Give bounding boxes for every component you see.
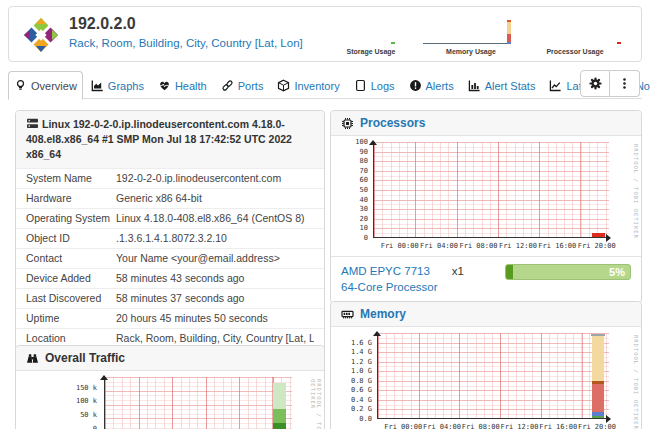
memory-y-axis: 1.6 G 1.4 G 1.2 G 1.0 G 0.8 G 0.6 G 0.4 … bbox=[337, 333, 374, 419]
device-tab-bar: Overview Graphs Health Ports Inventory L… bbox=[8, 70, 642, 99]
x-tick: Fri 00:00 bbox=[381, 242, 419, 250]
processor-usage-label: Processor Usage bbox=[527, 48, 623, 55]
y-tick: 0.6 G bbox=[351, 386, 372, 394]
row-value: 58 minutes 37 seconds ago bbox=[116, 292, 314, 304]
tab-alert-stats[interactable]: Alert Stats bbox=[462, 72, 542, 99]
traffic-y-axis: 150 k 100 k 50 k 0 bbox=[66, 377, 101, 429]
memory-plot-area bbox=[377, 333, 609, 419]
processor-usage-sparkline bbox=[529, 16, 621, 44]
processors-y-axis: 100 90 80 70 60 50 40 30 20 10 0 bbox=[337, 142, 370, 238]
memory-used-bar bbox=[592, 384, 604, 412]
tab-health[interactable]: Health bbox=[152, 72, 213, 99]
y-tick: 50 bbox=[360, 186, 368, 194]
row-label: System Name bbox=[26, 172, 116, 184]
tab-inventory[interactable]: Inventory bbox=[271, 72, 345, 99]
x-tick: Fri 00:00 bbox=[384, 423, 422, 429]
cpu-icon bbox=[341, 117, 354, 130]
memory-usage-minigraph[interactable]: Memory Usage bbox=[421, 14, 521, 56]
processors-graph[interactable]: 100 90 80 70 60 50 40 30 20 10 0 Fri 00:… bbox=[337, 138, 635, 254]
tab-alerts[interactable]: Alerts bbox=[403, 72, 460, 99]
y-tick: 90 bbox=[360, 148, 368, 156]
rrdtool-watermark: RRDTOOL / TOBI OETIKER bbox=[633, 335, 639, 429]
y-axis-arrow-icon bbox=[369, 136, 377, 145]
y-tick: 150 k bbox=[76, 384, 97, 392]
table-row: Device Added58 minutes 43 seconds ago bbox=[16, 268, 324, 288]
overall-traffic-graph[interactable]: 150 k 100 k 50 k 0 RRDTOOL / TOBI OETIKE… bbox=[22, 373, 318, 429]
x-tick: Fri 16:00 bbox=[538, 242, 576, 250]
overall-traffic-title: Overall Traffic bbox=[45, 351, 125, 365]
row-value: 58 minutes 43 seconds ago bbox=[116, 272, 314, 284]
y-tick: 1.0 G bbox=[351, 367, 372, 375]
table-row: Object ID.1.3.6.1.4.1.8072.3.2.10 bbox=[16, 228, 324, 248]
row-value: Linux 4.18.0-408.el8.x86_64 (CentOS 8) bbox=[116, 212, 314, 224]
storage-usage-label: Storage Usage bbox=[327, 48, 415, 55]
centos-logo-icon bbox=[23, 17, 59, 53]
header-mini-graphs: Storage Usage Memory Usage Processor Usa… bbox=[327, 14, 623, 56]
cpu-list-row: AMD EPYC 7713x1 64-Core Processor 5% bbox=[331, 256, 641, 303]
y-tick: 20 bbox=[360, 215, 368, 223]
x-tick: Fri 08:00 bbox=[462, 423, 500, 429]
memory-usage-label: Memory Usage bbox=[421, 48, 521, 55]
y-tick: 50 k bbox=[80, 411, 97, 419]
row-value: Rack, Room, Building, City, Country [Lat… bbox=[116, 332, 314, 344]
traffic-plot-area bbox=[104, 377, 292, 429]
tab-label: Ports bbox=[238, 80, 264, 92]
settings-button[interactable] bbox=[580, 70, 610, 97]
memory-cached-bar bbox=[592, 336, 604, 381]
memory-x-axis: Fri 00:00 Fri 04:00 Fri 08:00 Fri 12:00 … bbox=[377, 421, 609, 429]
row-value: 192-0-2-0.ip.linodeusercontent.com bbox=[116, 172, 314, 184]
heartbeat-icon bbox=[158, 79, 171, 92]
row-value: Generic x86 64-bit bbox=[116, 192, 314, 204]
y-tick: 60 bbox=[360, 176, 368, 184]
memory-icon bbox=[341, 308, 354, 321]
overall-traffic-header: Overall Traffic bbox=[16, 346, 324, 371]
cpu-name: AMD EPYC 7713 bbox=[341, 265, 430, 277]
tab-overview[interactable]: Overview bbox=[8, 71, 83, 100]
memory-usage-sparkline bbox=[423, 16, 519, 44]
device-name: 192.0.2.0 bbox=[69, 15, 136, 33]
storage-usage-minigraph[interactable]: Storage Usage bbox=[327, 14, 415, 56]
memory-header: Memory bbox=[331, 302, 641, 327]
x-tick: Fri 20:00 bbox=[578, 423, 616, 429]
bar-chart-icon bbox=[468, 79, 481, 92]
x-tick: Fri 08:00 bbox=[460, 242, 498, 250]
cpu-count: x1 bbox=[452, 265, 464, 277]
processors-x-axis: Fri 00:00 Fri 04:00 Fri 08:00 Fri 12:00 … bbox=[373, 240, 609, 252]
processors-title: Processors bbox=[360, 116, 425, 130]
row-label: Device Added bbox=[26, 272, 116, 284]
x-tick: Fri 20:00 bbox=[578, 242, 616, 250]
more-menu-button[interactable] bbox=[610, 70, 640, 97]
cpu-link[interactable]: AMD EPYC 7713x1 64-Core Processor bbox=[341, 263, 464, 295]
y-tick: 80 bbox=[360, 157, 368, 165]
row-label: Object ID bbox=[26, 232, 116, 244]
processors-card: Processors 100 90 80 70 60 50 40 30 20 1… bbox=[330, 110, 642, 304]
processor-usage-mark bbox=[617, 42, 621, 44]
tab-label: Graphs bbox=[108, 80, 144, 92]
memory-usage-baseline bbox=[423, 43, 511, 44]
storage-usage-sparkline bbox=[329, 16, 413, 44]
tab-label: Logs bbox=[371, 80, 395, 92]
table-row: ContactYour Name <your@email.address> bbox=[16, 248, 324, 268]
tab-label: Alert Stats bbox=[485, 80, 536, 92]
server-icon bbox=[26, 117, 39, 130]
gear-icon bbox=[589, 77, 602, 90]
memory-graph[interactable]: 1.6 G 1.4 G 1.2 G 1.0 G 0.8 G 0.6 G 0.4 … bbox=[337, 329, 635, 429]
row-label: Uptime bbox=[26, 312, 116, 324]
cpu-description: 64-Core Processor bbox=[341, 281, 438, 293]
row-label: Location bbox=[26, 332, 116, 344]
row-value: .1.3.6.1.4.1.8072.3.2.10 bbox=[116, 232, 314, 244]
tab-logs[interactable]: Logs bbox=[348, 72, 401, 99]
processor-usage-minigraph[interactable]: Processor Usage bbox=[527, 14, 623, 56]
exclamation-circle-icon bbox=[409, 79, 422, 92]
tab-ports[interactable]: Ports bbox=[215, 72, 270, 99]
document-icon bbox=[354, 79, 367, 92]
memory-usage-spike-buffer bbox=[507, 42, 511, 44]
table-row: System Name192-0-2-0.ip.linodeuserconten… bbox=[16, 168, 324, 188]
row-label: Hardware bbox=[26, 192, 116, 204]
y-tick: 100 bbox=[355, 138, 368, 146]
device-location-link[interactable]: Rack, Room, Building, City, Country [Lat… bbox=[69, 37, 303, 49]
tab-graphs[interactable]: Graphs bbox=[85, 72, 150, 99]
memory-swap-bar bbox=[592, 416, 604, 419]
y-tick: 1.2 G bbox=[351, 358, 372, 366]
y-tick: 100 k bbox=[76, 397, 97, 405]
